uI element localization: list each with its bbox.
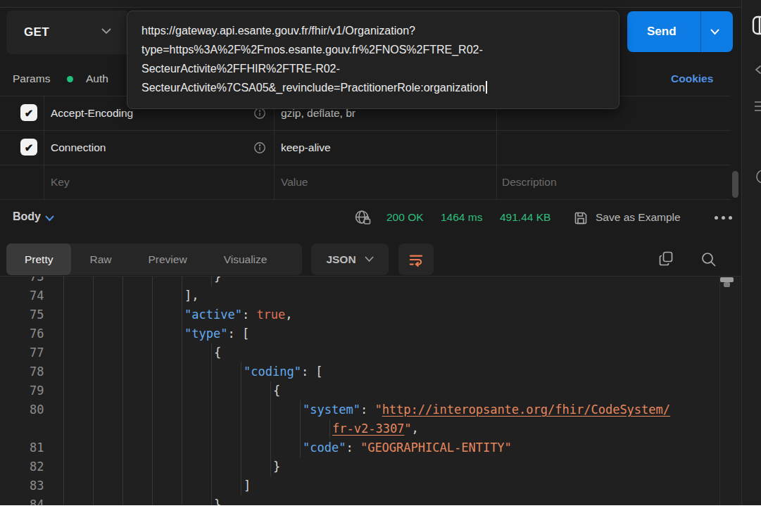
line-number: 80 [30,400,44,419]
indent-guides [63,400,301,419]
method-selector[interactable]: GET [6,11,127,54]
main-scrollbar-thumb[interactable] [732,171,738,198]
save-as-example-button[interactable]: Save as Example [596,211,681,224]
line-number: 79 [30,381,44,400]
url-input[interactable]: https://gateway.api.esante.gouv.fr/fhir/… [127,11,620,109]
indent-guides [63,324,182,343]
code-text: } [214,495,221,505]
code-link[interactable]: http://interopsante.org/fhir/CodeSystem/ [382,403,670,417]
value-placeholder[interactable]: Value [281,165,308,199]
save-icon[interactable] [573,210,589,226]
table-border [0,199,730,200]
code-scrollbar-thumb[interactable] [720,277,734,282]
code-scrollbar-track [719,276,720,505]
line-number: 75 [30,305,44,324]
code-text: ], [184,286,199,305]
tab-raw[interactable]: Raw [71,243,130,275]
line-number: 77 [30,343,44,362]
info-icon[interactable] [253,141,266,154]
chevron-down-icon[interactable] [710,29,719,35]
response-view-tabs: PrettyRawPreviewVisualize [6,243,302,275]
header-row-checkbox[interactable]: ✔ [20,104,37,121]
search-icon[interactable] [700,251,717,268]
sliders-icon[interactable] [754,100,761,113]
tab-preview[interactable]: Preview [130,243,206,275]
code-text: "system": "http://interopsante.org/fhir/… [303,400,670,419]
params-modified-dot [67,76,73,82]
indent-guides [63,362,241,381]
code-token: } [273,460,280,474]
right-sidebar-divider [741,0,742,505]
tab-auth[interactable]: Auth [86,72,108,85]
description-placeholder[interactable]: Description [502,165,557,199]
chevron-left-icon[interactable] [754,65,761,75]
tab-params[interactable]: Params [13,72,50,85]
top-strip [0,0,761,8]
indent-guides [63,276,212,286]
code-text: } [214,276,221,286]
indent-guides [63,286,182,305]
indent-guides [63,381,271,400]
response-body-viewer[interactable]: 73}74],75"active": true,76"type": [77{78… [0,276,741,505]
code-token: , [412,422,419,436]
code-token: "active" [184,308,242,322]
chevron-down-icon[interactable] [45,215,54,222]
table-row-new: KeyValueDescription [0,165,730,199]
wrap-lines-icon [408,251,424,268]
url-text-line: SecteurActivite%7CSA05&_revinclude=Pract… [141,78,605,97]
code-text: "code": "GEOGRAPHICAL-ENTITY" [303,438,512,457]
code-token: "system" [303,403,360,417]
code-line: 78"coding": [ [0,362,741,381]
body-section-toggle[interactable]: Body [13,210,41,223]
code-token: "type" [184,327,227,341]
header-row-checkbox[interactable]: ✔ [20,139,37,156]
url-text-line: https://gateway.api.esante.gouv.fr/fhir/… [141,21,605,40]
checkmark-icon: ✔ [25,142,34,153]
copy-icon[interactable] [658,250,675,267]
panel-icon[interactable] [752,15,761,35]
network-globe-icon[interactable] [353,208,372,227]
tab-visualize[interactable]: Visualize [206,243,286,275]
help-circle-icon[interactable] [755,169,761,184]
code-token: "GEOGRAPHICAL-ENTITY" [360,441,512,455]
code-scrollbar-thumb[interactable] [724,282,730,287]
code-token: " [404,422,411,436]
key-placeholder[interactable]: Key [51,165,70,199]
indent-guides [63,305,182,324]
code-line: fr-v2-3307", [0,419,741,438]
code-line: 79{ [0,381,741,400]
code-line: 82} [0,457,741,476]
code-link[interactable]: fr-v2-3307 [332,422,404,436]
indent-guides [63,495,212,505]
code-token: "code" [303,441,346,455]
code-text: "active": true, [184,305,293,324]
response-time: 1464 ms [441,211,482,224]
tab-auth-label: Auth [86,72,108,84]
code-line: 84} [0,495,741,505]
tab-params-label: Params [13,72,50,84]
code-line: 77{ [0,343,741,362]
send-split-divider [700,11,701,52]
more-actions-icon[interactable] [715,216,732,220]
code-text: ] [244,476,251,495]
code-token: } [214,498,221,505]
code-line: 76"type": [ [0,324,741,343]
chevron-down-icon [101,28,111,34]
line-number: 74 [30,286,44,305]
indent-guides [63,457,271,476]
wrap-lines-button[interactable] [398,243,434,275]
header-key-cell[interactable]: Connection [51,130,106,165]
header-value-cell[interactable]: keep-alive [281,130,331,165]
cookies-link[interactable]: Cookies [671,72,713,85]
code-text: { [273,381,280,400]
indent-guides [63,476,241,495]
format-dropdown[interactable]: JSON [311,243,389,275]
indent-guides [63,343,212,362]
tab-pretty[interactable]: Pretty [6,243,71,275]
url-text-line: type=https%3A%2F%2Fmos.esante.gouv.fr%2F… [141,40,605,59]
response-size: 491.44 KB [500,211,551,224]
header-key-cell[interactable]: Accept-Encoding [51,96,133,130]
code-line: 74], [0,286,741,305]
line-number: 76 [30,324,44,343]
send-button[interactable]: Send [627,11,733,52]
